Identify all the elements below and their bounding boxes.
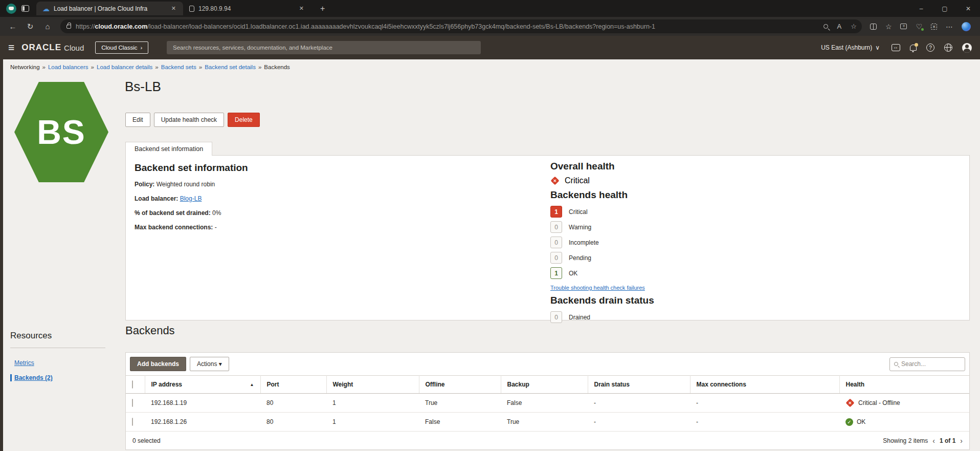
hamburger-menu-icon[interactable]: ≡: [8, 41, 14, 54]
language-globe-icon[interactable]: [944, 44, 952, 52]
settings-more-icon[interactable]: ⋯: [946, 23, 953, 31]
tab-actions-icon[interactable]: [21, 5, 29, 12]
maximize-button[interactable]: ▢: [933, 5, 956, 12]
breadcrumb-link-backend-sets[interactable]: Backend sets: [161, 64, 196, 70]
resources-divider: [10, 348, 105, 348]
chevron-down-icon: ∨: [875, 44, 880, 51]
breadcrumb-link-backend-set-details[interactable]: Backend set details: [205, 64, 256, 70]
new-tab-button[interactable]: +: [317, 4, 328, 13]
close-window-button[interactable]: ✕: [956, 5, 980, 12]
url-field[interactable]: https://cloud.oracle.com/load-balancer/l…: [60, 19, 862, 33]
page-prev-icon[interactable]: ‹: [932, 437, 935, 445]
profile-avatar[interactable]: [962, 43, 972, 53]
load-balancer-link[interactable]: Blog-LB: [180, 195, 202, 202]
help-icon[interactable]: ?: [926, 44, 934, 52]
critical-icon: ✕: [846, 399, 855, 407]
read-aloud-icon[interactable]: A: [837, 23, 842, 30]
copilot-icon[interactable]: [962, 22, 971, 31]
column-ip-address[interactable]: IP address ▲: [145, 376, 260, 394]
sidebar-item-backends[interactable]: Backends (2): [10, 374, 53, 381]
page-indicator: 1 of 1: [940, 437, 955, 444]
warning-count-badge: 0: [550, 221, 562, 233]
sidebar-item-metrics[interactable]: Metrics: [10, 359, 34, 367]
cell-offline: False: [419, 413, 501, 432]
actions-button[interactable]: Actions ▾: [190, 357, 229, 371]
column-offline[interactable]: Offline: [419, 376, 501, 394]
add-backends-button[interactable]: Add backends: [130, 357, 186, 371]
breadcrumb-item: Networking: [10, 64, 40, 70]
notifications-bell-icon[interactable]: [910, 45, 917, 51]
backends-heading: Backends: [125, 324, 175, 337]
select-all-checkbox[interactable]: [132, 380, 133, 389]
ok-count-badge: 1: [550, 267, 562, 279]
tab-close-icon[interactable]: ✕: [297, 4, 306, 13]
global-search-input[interactable]: [167, 41, 481, 54]
pending-count-badge: 0: [550, 252, 562, 264]
collections-icon[interactable]: [900, 24, 907, 29]
update-health-check-button[interactable]: Update health check: [154, 113, 224, 127]
browser-profile-icon[interactable]: [6, 4, 16, 14]
health-counter-warning: 0 Warning: [550, 221, 654, 233]
browser-tab-active[interactable]: ☁ Load balancer | Oracle Cloud Infra ✕: [36, 2, 183, 15]
cell-offline: True: [419, 394, 501, 413]
chevron-right-icon: ›: [141, 45, 143, 51]
tab-backend-set-information[interactable]: Backend set information: [125, 142, 212, 156]
breadcrumb-separator-icon: »: [42, 64, 46, 70]
tab-close-icon[interactable]: ✕: [169, 4, 178, 13]
cloud-shell-icon[interactable]: ‹›: [892, 44, 900, 51]
zoom-icon[interactable]: [823, 24, 828, 29]
column-health[interactable]: Health: [839, 376, 969, 394]
sort-asc-icon[interactable]: ▲: [250, 382, 254, 387]
oci-header: ≡ ORACLE Cloud Cloud Classic › US East (…: [0, 36, 980, 59]
troubleshoot-link[interactable]: Trouble shooting health check failures: [550, 285, 645, 291]
breadcrumb-link-load-balancers[interactable]: Load balancers: [48, 64, 88, 70]
extensions-icon[interactable]: ✕: [931, 24, 937, 30]
favorite-star-icon[interactable]: ☆: [851, 23, 857, 30]
cell-weight: 1: [326, 394, 419, 413]
breadcrumb-separator-icon: »: [91, 64, 94, 70]
refresh-icon[interactable]: ↻: [23, 22, 38, 31]
health-status: ✕ Critical - Offline: [845, 399, 963, 407]
split-screen-icon[interactable]: [870, 24, 877, 30]
cell-ip: 192.168.1.26: [145, 413, 260, 432]
column-port[interactable]: Port: [260, 376, 326, 394]
lock-icon[interactable]: [66, 25, 71, 29]
breadcrumb-separator-icon: »: [155, 64, 158, 70]
page-next-icon[interactable]: ›: [960, 437, 963, 445]
browser-tab-bar: ☁ Load balancer | Oracle Cloud Infra ✕ 1…: [0, 0, 980, 17]
row-checkbox[interactable]: [132, 418, 133, 426]
column-backup[interactable]: Backup: [501, 376, 588, 394]
table-row[interactable]: 192.168.1.26 80 1 False True - - ✓ OK: [126, 413, 969, 432]
drained-count-badge: 0: [550, 311, 562, 323]
cell-drain: -: [588, 394, 690, 413]
cloud-classic-button[interactable]: Cloud Classic ›: [95, 41, 148, 54]
table-footer: 0 selected Showing 2 items ‹ 1 of 1 ›: [126, 432, 969, 449]
url-text[interactable]: https://cloud.oracle.com/load-balancer/l…: [76, 23, 817, 30]
browser-essentials-icon[interactable]: ♡: [916, 23, 922, 31]
max-connections-field: Max backend connections: -: [135, 224, 248, 231]
selected-count: 0 selected: [132, 437, 161, 444]
favorites-icon[interactable]: ☆: [885, 23, 892, 31]
table-search-input[interactable]: [901, 360, 961, 368]
cell-ip: 192.168.1.19: [145, 394, 260, 413]
left-edge-strip: [0, 59, 3, 451]
browser-address-bar: ← ↻ ⌂ https://cloud.oracle.com/load-bala…: [0, 17, 980, 36]
health-status: ✓ OK: [845, 418, 963, 426]
cell-port: 80: [260, 394, 326, 413]
row-checkbox[interactable]: [132, 399, 133, 407]
home-icon[interactable]: ⌂: [40, 22, 55, 31]
browser-tab-inactive[interactable]: 129.80.9.94 ✕: [183, 2, 311, 15]
edit-button[interactable]: Edit: [125, 113, 150, 127]
region-selector[interactable]: US East (Ashburn) ∨: [821, 44, 880, 51]
cell-weight: 1: [326, 413, 419, 432]
column-weight[interactable]: Weight: [326, 376, 419, 394]
column-max-connections[interactable]: Max connections: [690, 376, 839, 394]
info-heading: Backend set information: [135, 162, 248, 174]
table-row[interactable]: 192.168.1.19 80 1 True False - - ✕ Criti…: [126, 394, 969, 413]
column-drain-status[interactable]: Drain status: [588, 376, 690, 394]
breadcrumb-link-load-balancer-details[interactable]: Load balancer details: [97, 64, 152, 70]
cell-drain: -: [588, 413, 690, 432]
delete-button[interactable]: Delete: [228, 113, 260, 127]
minimize-button[interactable]: –: [909, 5, 933, 12]
back-icon[interactable]: ←: [5, 22, 20, 31]
